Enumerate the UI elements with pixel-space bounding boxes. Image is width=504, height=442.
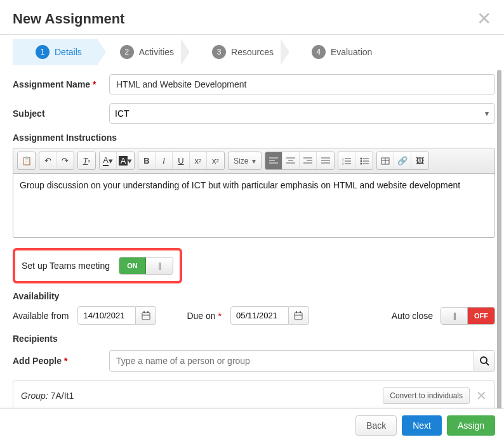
subscript-icon[interactable]: x2 [190,152,207,169]
remove-group-icon[interactable]: ✕ [476,388,487,403]
search-icon[interactable] [474,350,495,372]
auto-close-toggle[interactable]: ||| OFF [441,307,495,325]
wizard-steps: 1 Details 2 Activities 3 Resources 4 Eva… [13,39,491,65]
add-people-input[interactable] [109,350,474,372]
assign-button[interactable]: Assign [447,415,495,436]
undo-icon[interactable]: ↶ [39,152,56,169]
superscript-icon[interactable]: x2 [207,152,224,169]
recipients-heading: Recipients [13,334,495,344]
teams-meeting-highlight: Set up Teams meeting ON ||| [13,248,182,283]
toggle-on-label: ON [119,257,146,274]
text-color-icon[interactable]: A▾ [100,152,117,169]
next-button[interactable]: Next [402,415,442,436]
group-label: Group: 7A/It1 [21,391,74,401]
italic-icon[interactable]: I [156,152,173,169]
step-label: Evaluation [331,47,372,57]
step-number: 2 [120,45,134,59]
bg-color-icon[interactable]: A▾ [117,152,134,169]
editor-toolbar: 📋 ↶ ↷ Tx A▾ A▾ B I U x2 x2 [13,148,494,174]
modal-title: New Assignment [13,11,124,27]
ordered-list-icon[interactable]: 123 [338,152,355,169]
svg-rect-30 [147,311,149,313]
unordered-list-icon[interactable] [355,152,373,169]
rich-text-editor: 📋 ↶ ↷ Tx A▾ A▾ B I U x2 x2 [13,148,495,238]
add-people-label: Add People * [13,356,109,366]
align-right-icon[interactable] [300,152,317,169]
calendar-icon[interactable] [289,306,309,325]
svg-text:3: 3 [342,162,344,165]
underline-icon[interactable]: U [173,152,190,169]
svg-point-18 [360,157,362,159]
teams-meeting-label: Set up Teams meeting [22,261,110,271]
bold-icon[interactable]: B [138,152,156,169]
table-icon[interactable] [377,152,394,169]
svg-rect-27 [142,313,150,320]
paste-icon[interactable]: 📋 [18,152,35,169]
svg-line-36 [486,363,489,365]
assignment-name-label: Assignment Name * [13,79,109,89]
back-button[interactable]: Back [355,415,397,436]
svg-point-35 [481,357,487,363]
auto-close-label: Auto close [392,311,433,321]
calendar-icon[interactable] [136,306,156,325]
assignment-name-input[interactable] [109,74,495,94]
step-number: 1 [36,45,50,59]
image-icon[interactable]: 🖼 [411,152,428,169]
availability-heading: Availability [13,291,495,301]
step-number: 3 [212,45,226,59]
instructions-label: Assignment Instructions [13,133,495,143]
svg-point-20 [360,160,362,162]
subject-select[interactable]: ICT [109,103,495,124]
recipient-group-row: Group: 7A/It1 Convert to individuals ✕ [13,380,495,411]
svg-point-22 [360,162,362,164]
due-on-label: Due on * [187,311,222,321]
close-icon[interactable]: ✕ [477,10,491,28]
step-number: 4 [312,45,326,59]
wizard-step-evaluation[interactable]: 4 Evaluation [289,39,387,65]
wizard-step-activities[interactable]: 2 Activities [97,39,189,65]
step-label: Resources [231,47,274,57]
step-label: Activities [139,47,174,57]
align-center-icon[interactable] [282,152,300,169]
svg-rect-29 [143,311,145,313]
due-on-input[interactable] [230,306,289,325]
redo-icon[interactable]: ↷ [56,152,74,169]
font-size-select[interactable]: Size▾ [228,152,262,170]
step-label: Details [55,47,82,57]
available-from-label: Available from [13,311,69,321]
instructions-editor-body[interactable]: Group discussion on your understanding o… [13,174,494,237]
align-left-icon[interactable] [265,152,282,169]
toggle-off-label: OFF [468,308,494,324]
subject-label: Subject [13,108,109,119]
toggle-handle: ||| [441,308,468,324]
convert-to-individuals-button[interactable]: Convert to individuals [383,387,470,404]
available-from-input[interactable] [77,306,136,325]
toggle-handle: ||| [146,257,173,274]
link-icon[interactable]: 🔗 [394,152,411,169]
svg-rect-34 [300,311,301,313]
align-justify-icon[interactable] [317,152,334,169]
wizard-step-details[interactable]: 1 Details [13,39,97,65]
svg-rect-31 [295,313,302,320]
teams-meeting-toggle[interactable]: ON ||| [119,257,173,275]
remove-format-icon[interactable]: Tx [78,152,95,169]
svg-rect-33 [296,311,297,313]
scrollbar[interactable] [497,70,501,412]
wizard-step-resources[interactable]: 3 Resources [189,39,289,65]
